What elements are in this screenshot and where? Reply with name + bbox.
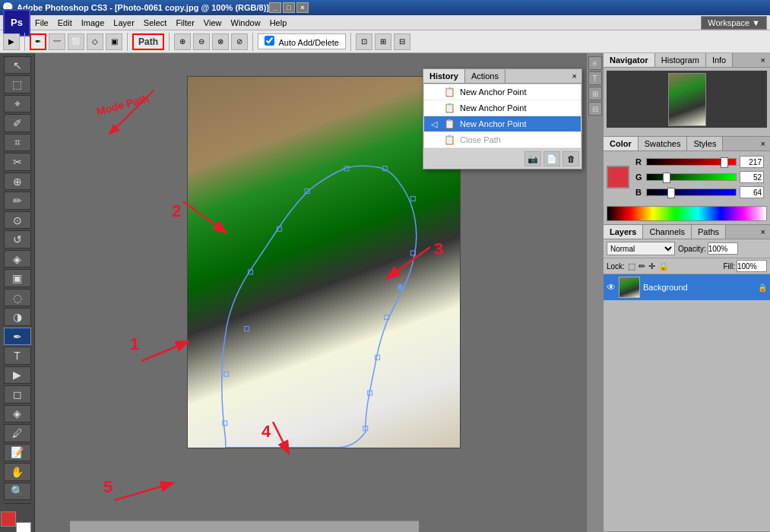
eraser-tool[interactable]: ◈ xyxy=(4,250,31,268)
path-operations-icon[interactable]: ⊞ xyxy=(375,33,391,50)
shape-layer-icon[interactable]: ⬜ xyxy=(68,33,84,50)
g-value-input[interactable] xyxy=(740,171,764,183)
tab-histogram[interactable]: Histogram xyxy=(655,53,706,67)
exclude-shapes-icon[interactable]: ⊘ xyxy=(231,33,248,50)
maximize-btn[interactable]: □ xyxy=(283,2,295,13)
pen-tool-icon[interactable]: ✒ xyxy=(30,33,46,50)
color-spectrum[interactable] xyxy=(607,206,767,221)
clone-stamp-tool[interactable]: ⊙ xyxy=(4,211,31,229)
menu-layer[interactable]: Layer xyxy=(109,17,139,29)
minimize-btn[interactable]: _ xyxy=(269,2,281,13)
healing-brush-tool[interactable]: ⊕ xyxy=(4,173,31,190)
tab-color[interactable]: Color xyxy=(604,137,638,150)
menu-select[interactable]: Select xyxy=(139,17,172,29)
lock-image-icon[interactable]: ✏ xyxy=(638,261,645,271)
intersect-shapes-icon[interactable]: ⊗ xyxy=(212,33,229,50)
path-selection-tool[interactable]: ▶ xyxy=(4,366,31,384)
color-panel-close[interactable]: × xyxy=(756,138,770,150)
shape-tool[interactable]: ◻ xyxy=(4,385,31,403)
menu-edit[interactable]: Edit xyxy=(53,17,77,29)
menu-help[interactable]: Help xyxy=(265,17,292,29)
right-tool-2[interactable]: T xyxy=(588,71,602,85)
auto-add-delete-button[interactable]: Auto Add/Delete xyxy=(258,33,346,49)
history-item-1[interactable]: 📋 New Anchor Point xyxy=(424,84,581,100)
zoom-tool[interactable]: 🔍 xyxy=(4,483,31,500)
create-new-doc-btn[interactable]: 📄 xyxy=(543,151,560,166)
notes-tool[interactable]: 📝 xyxy=(4,444,31,461)
path-mode-icon[interactable]: ◇ xyxy=(87,33,103,50)
b-value-input[interactable] xyxy=(740,186,764,198)
tab-actions[interactable]: Actions xyxy=(465,69,505,83)
g-slider[interactable] xyxy=(646,173,737,181)
align-edges-icon[interactable]: ⊡ xyxy=(356,33,372,50)
tab-swatches[interactable]: Swatches xyxy=(638,137,688,150)
menu-window[interactable]: Window xyxy=(227,17,265,29)
layer-visibility-icon[interactable]: 👁 xyxy=(607,282,616,293)
background-color-swatch[interactable] xyxy=(16,522,31,532)
history-item-2[interactable]: 📋 New Anchor Point xyxy=(424,100,581,116)
tab-info[interactable]: Info xyxy=(706,53,733,67)
3d-tool[interactable]: ◈ xyxy=(4,405,31,423)
rubber-band-icon[interactable]: ⊟ xyxy=(394,33,410,50)
foreground-color-swatch[interactable] xyxy=(1,511,16,527)
close-btn[interactable]: × xyxy=(296,2,309,13)
dodge-tool[interactable]: ◑ xyxy=(4,308,31,325)
r-label: R xyxy=(635,157,643,166)
fill-input[interactable] xyxy=(737,260,767,272)
layers-panel-close[interactable]: × xyxy=(756,226,770,238)
tab-history[interactable]: History xyxy=(423,69,465,83)
brush-tool[interactable]: ✏ xyxy=(4,192,31,209)
r-slider[interactable] xyxy=(646,158,737,166)
history-item-3[interactable]: ◁ 📋 New Anchor Point xyxy=(424,116,581,132)
tab-styles[interactable]: Styles xyxy=(687,137,723,150)
right-tool-1[interactable]: ≡ xyxy=(588,56,602,70)
nav-panel-close[interactable]: × xyxy=(756,54,770,66)
history-item-4[interactable]: 📋 Close Path xyxy=(424,132,581,148)
layer-row-background[interactable]: 👁 Background 🔒 xyxy=(604,274,770,300)
blend-mode-select[interactable]: Normal Multiply Screen Overlay xyxy=(607,242,675,255)
hand-tool[interactable]: ✋ xyxy=(4,463,31,480)
menu-view[interactable]: View xyxy=(199,17,227,29)
eyedropper-tool[interactable]: 🖊 xyxy=(4,424,31,442)
lock-transparent-icon[interactable]: ⬚ xyxy=(628,261,635,271)
auto-add-checkbox[interactable] xyxy=(265,36,274,46)
right-tool-3[interactable]: ⊞ xyxy=(588,87,602,100)
subtract-shapes-icon[interactable]: ⊖ xyxy=(193,33,210,50)
history-brush-tool[interactable]: ↺ xyxy=(4,230,31,248)
lasso-tool[interactable]: ⌖ xyxy=(4,95,31,112)
lock-all-icon[interactable]: 🔒 xyxy=(658,261,669,271)
delete-state-btn[interactable]: 🗑 xyxy=(562,151,579,166)
current-color-swatch[interactable] xyxy=(607,166,629,188)
r-value-input[interactable] xyxy=(740,156,764,168)
lock-position-icon[interactable]: ✛ xyxy=(648,261,655,271)
gradient-tool[interactable]: ▣ xyxy=(4,269,31,287)
move-tool[interactable]: ↖ xyxy=(4,56,31,74)
horizontal-scrollbar[interactable] xyxy=(70,521,419,532)
menu-file[interactable]: File xyxy=(30,17,53,29)
menu-filter[interactable]: Filter xyxy=(171,17,198,29)
combine-shapes-icon[interactable]: ⊕ xyxy=(174,33,191,50)
slice-tool[interactable]: ✂ xyxy=(4,153,31,170)
layer-name-label: Background xyxy=(643,283,688,292)
blur-tool[interactable]: ◌ xyxy=(4,289,31,306)
quick-select-tool[interactable]: ✐ xyxy=(4,114,31,131)
opacity-input[interactable] xyxy=(708,242,738,255)
b-slider[interactable] xyxy=(646,188,737,196)
marquee-tool[interactable]: ⬚ xyxy=(4,75,31,93)
freeform-pen-icon[interactable]: 〰 xyxy=(49,33,65,50)
tab-paths[interactable]: Paths xyxy=(692,225,726,239)
pen-tool[interactable]: ✒ xyxy=(4,328,31,345)
create-snapshot-btn[interactable]: 📷 xyxy=(524,151,541,166)
crop-tool[interactable]: ⌗ xyxy=(4,134,31,151)
right-tool-4[interactable]: ⊟ xyxy=(588,102,602,116)
menu-image[interactable]: Image xyxy=(77,17,109,29)
workspace-label: Workspace xyxy=(708,18,749,27)
tab-channels[interactable]: Channels xyxy=(643,225,691,239)
tab-layers[interactable]: Layers xyxy=(604,225,643,239)
history-panel-close[interactable]: × xyxy=(568,70,581,82)
tab-navigator[interactable]: Navigator xyxy=(604,53,655,67)
tool-preset-picker[interactable]: ▶ xyxy=(3,33,20,50)
type-tool[interactable]: T xyxy=(4,347,31,364)
fill-pixels-icon[interactable]: ▣ xyxy=(106,33,122,50)
workspace-button[interactable]: Workspace ▼ xyxy=(701,16,767,30)
